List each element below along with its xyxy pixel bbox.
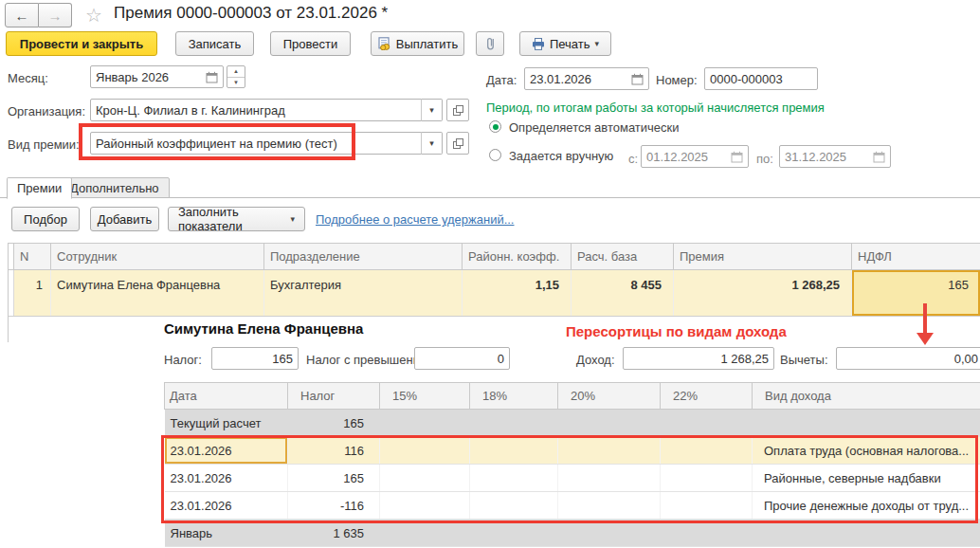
tax-row-1[interactable]: 23.01.2026 116 Оплата труда (основная на…	[165, 437, 980, 465]
income-field[interactable]: 1 268,25	[623, 347, 774, 370]
tab-additional[interactable]: Дополнительно	[60, 177, 170, 198]
withholding-details-link[interactable]: Подробнее о расчете удержаний...	[316, 212, 515, 227]
cell-date-selected[interactable]: 23.01.2026	[165, 437, 288, 465]
tax-header-row: Дата Налог 15% 18% 20% 22% Вид дохода	[165, 383, 980, 410]
fill-indicators-button[interactable]: Заполнить показатели ▾	[168, 207, 305, 231]
tax-value: 165	[217, 352, 293, 366]
pay-document-coins-icon	[377, 37, 391, 50]
add-label: Добавить	[98, 212, 152, 227]
number-field[interactable]: 0000-000003	[704, 67, 818, 90]
cell-department[interactable]: Бухгалтерия	[264, 270, 463, 317]
cell-ndfl-selected[interactable]: 165	[852, 270, 980, 317]
cell-date[interactable]: Текущий расчет	[165, 410, 288, 437]
post-button[interactable]: Провести	[270, 31, 351, 56]
cell-income-type[interactable]	[753, 520, 980, 547]
bonus-type-dropdown-button[interactable]: ▾	[421, 132, 443, 155]
calendar-icon[interactable]	[731, 151, 743, 163]
col-tax: Налог	[288, 383, 380, 410]
cell-tax[interactable]: 165	[288, 465, 380, 492]
tax-row-current[interactable]: Текущий расчет 165	[165, 410, 980, 437]
calendar-icon[interactable]	[206, 71, 218, 83]
detail-panel-title: Симутина Елена Францевна	[164, 320, 363, 337]
calendar-icon[interactable]	[873, 151, 885, 163]
month-field[interactable]: Январь 2026	[90, 65, 224, 88]
add-button[interactable]: Добавить	[90, 207, 159, 231]
nav-history-group: ← →	[5, 3, 72, 27]
cell-date[interactable]: 23.01.2026	[165, 465, 288, 492]
bonus-document-window: ← → ☆ Премия 0000-000003 от 23.01.2026 *…	[0, 0, 980, 548]
date-value: 23.01.2026	[530, 72, 627, 86]
calendar-icon[interactable]	[631, 73, 644, 85]
excess-tax-label: Налог с превышения:	[306, 353, 430, 367]
deductions-value: 0,00	[842, 352, 978, 366]
red-arrow-icon	[916, 333, 934, 345]
forward-button[interactable]: →	[39, 3, 72, 27]
cell-base[interactable]: 8 455	[572, 270, 674, 317]
period-from-field[interactable]: 01.12.2025	[641, 145, 749, 168]
cell-employee[interactable]: Симутина Елена Францевна	[51, 270, 264, 317]
deductions-field[interactable]: 0,00	[836, 347, 980, 370]
excess-tax-field[interactable]: 0	[414, 347, 510, 370]
tax-breakdown-table: Дата Налог 15% 18% 20% 22% Вид дохода Те…	[164, 382, 980, 547]
tax-row-2[interactable]: 23.01.2026 165 Районные, северные надбав…	[165, 465, 980, 492]
save-button[interactable]: Записать	[175, 31, 254, 56]
organization-open-button[interactable]	[446, 99, 469, 121]
cell-tax[interactable]: -116	[288, 492, 380, 520]
print-caret-icon: ▾	[595, 40, 600, 48]
forward-arrow-icon: →	[48, 8, 63, 24]
save-label: Записать	[189, 37, 242, 51]
period-from-value: 01.12.2025	[646, 150, 727, 164]
bonus-type-value: Районный коэффициент на премию (тест)	[96, 137, 416, 151]
cell-income-type[interactable]: Прочие денежные доходы от труд...	[753, 492, 980, 520]
pay-button[interactable]: Выплатить	[371, 31, 464, 56]
number-label: Номер:	[656, 73, 698, 87]
pick-label: Подбор	[24, 212, 67, 227]
back-arrow-icon: ←	[15, 8, 29, 24]
employee-row[interactable]: 1 Симутина Елена Францевна Бухгалтерия 1…	[9, 270, 980, 317]
organization-dropdown-button[interactable]: ▾	[421, 99, 443, 121]
cell-date[interactable]: Январь	[165, 520, 288, 547]
income-label: Доход:	[576, 353, 615, 367]
favorite-star-icon[interactable]: ☆	[85, 4, 102, 27]
period-manual-label[interactable]: Задается вручную	[509, 149, 613, 163]
cell-date[interactable]: 23.01.2026	[165, 492, 288, 520]
cell-income-type[interactable]: Оплата труда (основная налогова...	[753, 437, 980, 465]
col-department: Подразделение	[264, 244, 463, 270]
tax-row-3[interactable]: 23.01.2026 -116 Прочие денежные доходы о…	[165, 492, 980, 520]
month-stepper[interactable]: ▲ ▼	[227, 65, 245, 88]
cell-bonus[interactable]: 1 268,25	[674, 270, 852, 317]
period-to-value: 31.12.2025	[785, 150, 869, 164]
fill-indicators-label: Заполнить показатели	[178, 205, 285, 233]
back-button[interactable]: ←	[5, 3, 39, 27]
post-and-close-button[interactable]: Провести и закрыть	[6, 31, 157, 56]
cell-n[interactable]: 1	[14, 270, 51, 317]
pick-button[interactable]: Подбор	[11, 207, 80, 231]
cell-tax[interactable]: 1 635	[288, 520, 380, 547]
tab-bonuses[interactable]: Премии	[7, 177, 72, 199]
bonus-type-open-button[interactable]	[446, 132, 469, 155]
organization-field[interactable]: Крон-Ц. Филиал в г. Калининград	[90, 99, 422, 121]
bonus-type-field[interactable]: Районный коэффициент на премию (тест)	[90, 132, 422, 155]
cell-income-type[interactable]: Районные, северные надбавки	[753, 465, 980, 492]
period-auto-label[interactable]: Определяется автоматически	[509, 120, 680, 135]
open-link-icon	[452, 137, 464, 150]
date-field[interactable]: 23.01.2026	[524, 67, 649, 90]
stepper-down-icon[interactable]: ▼	[227, 78, 245, 88]
period-auto-radio[interactable]	[489, 120, 501, 133]
print-label: Печать	[550, 37, 590, 51]
cell-tax[interactable]: 116	[288, 437, 380, 465]
open-link-icon	[452, 104, 464, 117]
post-and-close-label: Провести и закрыть	[20, 37, 143, 51]
col-date: Дата	[165, 383, 288, 410]
cell-income-type[interactable]	[753, 410, 980, 437]
attachments-button[interactable]	[476, 31, 504, 56]
stepper-up-icon[interactable]: ▲	[227, 66, 245, 78]
print-button[interactable]: Печать ▾	[519, 31, 611, 56]
tax-field[interactable]: 165	[211, 347, 299, 370]
cell-coeff[interactable]: 1,15	[463, 270, 572, 317]
period-to-field[interactable]: 31.12.2025	[779, 145, 891, 168]
cell-tax[interactable]: 165	[288, 410, 380, 437]
period-manual-radio[interactable]	[489, 149, 501, 161]
tax-row-month-total[interactable]: Январь 1 635	[165, 520, 980, 547]
organization-value: Крон-Ц. Филиал в г. Калининград	[96, 103, 416, 118]
